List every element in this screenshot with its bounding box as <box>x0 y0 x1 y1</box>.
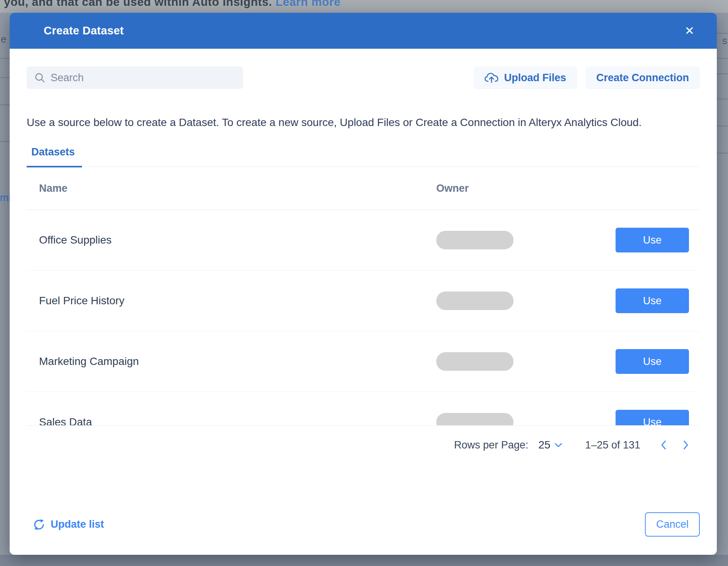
owner-redacted-pill <box>436 352 514 371</box>
background-row-line <box>0 58 10 59</box>
modal-header: Create Dataset ✕ <box>10 13 717 49</box>
create-connection-button[interactable]: Create Connection <box>585 66 700 89</box>
owner-redacted-pill <box>436 413 514 426</box>
rows-per-page-value: 25 <box>538 439 550 451</box>
background-sentence: you, and that can be used within Auto In… <box>4 0 272 8</box>
action-cell: Use <box>616 349 700 374</box>
chevron-down-icon <box>554 442 563 448</box>
background-text: you, and that can be used within Auto In… <box>4 0 340 9</box>
table-row: Fuel Price History Use <box>27 271 700 331</box>
background-row-line <box>0 104 10 105</box>
action-cell: Use <box>616 410 700 426</box>
action-cell: Use <box>616 288 700 313</box>
tab-datasets[interactable]: Datasets <box>27 144 82 167</box>
dataset-name: Marketing Campaign <box>27 355 427 368</box>
toolbar: Upload Files Create Connection <box>27 66 700 89</box>
rows-per-page-select[interactable]: 25 <box>538 439 563 451</box>
background-row-line <box>717 99 728 99</box>
close-icon[interactable]: ✕ <box>681 23 698 39</box>
update-list-button[interactable]: Update list <box>27 518 104 531</box>
modal-body: Upload Files Create Connection Use a sou… <box>10 49 717 512</box>
owner-redacted-pill <box>436 292 514 310</box>
background-page-strip: you, and that can be used within Auto In… <box>0 0 728 13</box>
use-button[interactable]: Use <box>616 288 689 313</box>
toolbar-actions: Upload Files Create Connection <box>474 66 700 89</box>
search-icon <box>34 72 45 83</box>
pagination: Rows per Page: 25 1–25 of 131 <box>27 426 700 464</box>
search-input[interactable] <box>51 72 235 84</box>
background-row-line <box>717 73 728 74</box>
background-row-line <box>717 126 728 126</box>
table-header: Name Owner <box>27 167 700 210</box>
background-row-line <box>717 58 728 59</box>
update-list-label: Update list <box>51 518 104 530</box>
create-dataset-modal: Create Dataset ✕ Upload Files <box>10 13 717 555</box>
background-fragment-right: s <box>722 35 727 47</box>
create-connection-label: Create Connection <box>596 72 689 84</box>
use-button[interactable]: Use <box>616 349 689 374</box>
table-row: Marketing Campaign Use <box>27 331 700 392</box>
cancel-button[interactable]: Cancel <box>645 512 700 537</box>
action-cell: Use <box>616 228 700 252</box>
column-header-name: Name <box>27 182 427 194</box>
upload-files-label: Upload Files <box>504 72 566 84</box>
use-button[interactable]: Use <box>616 410 689 426</box>
pagination-range: 1–25 of 131 <box>585 439 640 451</box>
table-row: Office Supplies Use <box>27 210 700 271</box>
use-button[interactable]: Use <box>616 228 689 252</box>
background-row-line <box>0 77 10 78</box>
next-page-icon[interactable] <box>683 440 689 450</box>
background-fragment-left-bottom: mi <box>0 192 10 204</box>
learn-more-link: Learn more <box>276 0 340 8</box>
tab-bar: Datasets <box>27 144 700 167</box>
refresh-icon <box>33 518 45 531</box>
owner-redacted-pill <box>436 231 514 249</box>
dataset-name: Office Supplies <box>27 234 427 246</box>
cloud-upload-icon <box>485 72 498 84</box>
rows-per-page-label: Rows per Page: <box>454 439 528 451</box>
table-row: Sales Data Use <box>27 392 700 426</box>
background-row-line <box>0 141 10 142</box>
previous-page-icon[interactable] <box>660 440 667 450</box>
upload-files-button[interactable]: Upload Files <box>474 66 577 89</box>
background-row-line <box>717 33 728 34</box>
modal-footer: Update list Cancel <box>10 512 717 555</box>
dataset-name: Fuel Price History <box>27 295 427 307</box>
background-row-line <box>717 153 728 153</box>
dataset-name: Sales Data <box>27 416 427 426</box>
pagination-nav <box>660 440 689 450</box>
owner-cell <box>427 352 602 371</box>
column-header-owner: Owner <box>427 182 602 194</box>
backdrop-bottom-area <box>0 555 728 566</box>
owner-cell <box>427 292 602 310</box>
table-body[interactable]: Office Supplies Use Fuel Price History U… <box>27 210 700 426</box>
background-fragment-left-top: e <box>1 33 6 45</box>
owner-cell <box>427 413 602 426</box>
owner-cell <box>427 231 602 249</box>
modal-description: Use a source below to create a Dataset. … <box>27 113 676 132</box>
modal-title: Create Dataset <box>44 24 124 37</box>
search-box[interactable] <box>27 66 243 89</box>
